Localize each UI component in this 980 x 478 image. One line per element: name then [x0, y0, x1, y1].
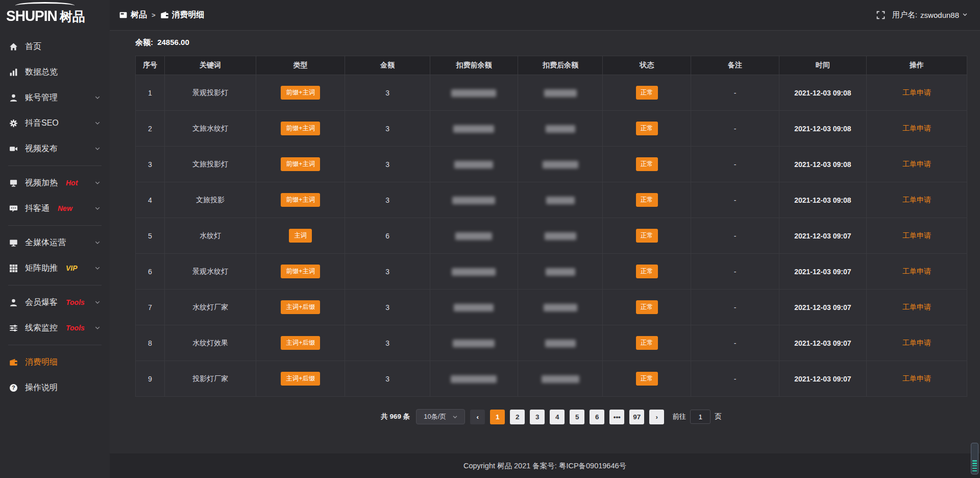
ticket-apply-link[interactable]: 工单申请 [902, 231, 931, 240]
balance-after-cell [518, 147, 603, 182]
ticket-apply-link[interactable]: 工单申请 [902, 339, 931, 347]
sidebar-item-video-heat[interactable]: 视频加热Hot [0, 170, 110, 196]
action-cell: 工单申请 [866, 147, 967, 182]
balance-before-cell [430, 290, 518, 325]
chat-icon [9, 204, 18, 213]
goto-suffix: 页 [715, 412, 722, 421]
sidebar-divider [8, 285, 102, 285]
page-button-5[interactable]: 5 [570, 410, 584, 424]
goto-page: 前往 页 [672, 410, 722, 424]
sidebar-item-douyin-seo[interactable]: 抖音SEO [0, 110, 110, 136]
sidebar-item-consume-detail[interactable]: 消费明细 [0, 349, 110, 375]
action-cell: 工单申请 [866, 75, 967, 111]
ticket-apply-link[interactable]: 工单申请 [902, 196, 931, 204]
keyword-cell: 景观投影灯 [165, 75, 256, 111]
sidebar-item-badge: New [58, 204, 72, 212]
fullscreen-icon[interactable] [876, 11, 885, 19]
balance-after-cell [518, 111, 603, 147]
redacted-value [455, 232, 492, 240]
floating-widget[interactable] [971, 443, 978, 474]
chevron-down-icon [94, 180, 101, 186]
note-cell: - [691, 290, 779, 325]
type-badge: 前缀+主词 [281, 265, 320, 278]
user-dropdown[interactable]: 用户名: zswodun88 [892, 10, 968, 20]
balance-after-cell [518, 325, 603, 361]
table-row: 9 投影灯厂家 主词+后缀 3 正常 - 2021-12-03 09:07 工单… [136, 361, 967, 397]
page-button-6[interactable]: 6 [590, 410, 604, 424]
type-badge: 主词+后缀 [281, 336, 320, 350]
page-button-1[interactable]: 1 [490, 410, 505, 424]
keyword-cell: 文旅水纹灯 [165, 111, 256, 147]
sidebar-item-account[interactable]: 账号管理 [0, 85, 110, 110]
bar-chart-icon [9, 68, 18, 77]
time-cell: 2021-12-03 09:08 [779, 182, 866, 218]
sidebar-item-home[interactable]: 首页 [0, 34, 110, 59]
breadcrumb-label: 消费明细 [172, 10, 205, 20]
ticket-apply-link[interactable]: 工单申请 [902, 374, 931, 383]
row-index: 1 [136, 75, 165, 111]
svg-text:?: ? [12, 385, 15, 391]
video-icon [9, 145, 18, 153]
page-button-3[interactable]: 3 [530, 410, 545, 424]
type-cell: 前缀+主词 [256, 147, 345, 182]
page-size-select[interactable]: 10条/页 [416, 409, 465, 424]
page-button-more[interactable]: ••• [609, 410, 624, 424]
balance-before-cell [430, 182, 518, 218]
page-button-4[interactable]: 4 [550, 410, 565, 424]
breadcrumb-current[interactable]: 消费明细 [160, 10, 205, 20]
sidebar-item-media-operation[interactable]: 全媒体运营 [0, 230, 110, 255]
column-header: 扣费前余额 [430, 56, 518, 75]
table-row: 8 水纹灯效果 主词+后缀 3 正常 - 2021-12-03 09:07 工单… [136, 325, 967, 361]
ticket-apply-link[interactable]: 工单申请 [902, 160, 931, 168]
prev-page-button[interactable]: ‹ [470, 410, 485, 424]
breadcrumb-label: 树品 [131, 10, 147, 20]
amount-cell: 3 [345, 325, 430, 361]
breadcrumb-home[interactable]: 树品 [119, 10, 147, 20]
sidebar-item-video-publish[interactable]: 视频发布 [0, 136, 110, 161]
page-button-2[interactable]: 2 [510, 410, 525, 424]
next-page-button[interactable]: › [649, 410, 664, 424]
ticket-apply-link[interactable]: 工单申请 [902, 124, 931, 132]
goto-page-input[interactable] [690, 410, 710, 424]
type-badge: 前缀+主词 [281, 193, 320, 207]
column-header: 扣费后余额 [518, 56, 603, 75]
note-cell: - [691, 218, 779, 254]
redacted-value [546, 197, 575, 204]
balance-before-cell [430, 147, 518, 182]
time-cell: 2021-12-03 09:08 [779, 75, 866, 111]
column-header: 类型 [256, 56, 345, 75]
keyword-cell: 景观水纹灯 [165, 254, 256, 290]
status-cell: 正常 [603, 75, 691, 111]
column-header: 备注 [691, 56, 779, 75]
chevron-down-icon [94, 205, 101, 211]
note-cell: - [691, 254, 779, 290]
status-badge: 正常 [636, 229, 658, 243]
row-index: 7 [136, 290, 165, 325]
ticket-apply-link[interactable]: 工单申请 [902, 88, 931, 97]
balance-after-cell [518, 218, 603, 254]
sidebar-item-member-baoke[interactable]: 会员爆客Tools [0, 290, 110, 315]
amount-cell: 3 [345, 182, 430, 218]
amount-cell: 3 [345, 147, 430, 182]
status-cell: 正常 [603, 361, 691, 397]
sidebar-divider [8, 165, 102, 166]
balance-after-cell [518, 290, 603, 325]
status-badge: 正常 [636, 265, 658, 278]
sidebar-item-data-overview[interactable]: 数据总览 [0, 59, 110, 85]
sidebar-item-help[interactable]: ? 操作说明 [0, 375, 110, 400]
page-button-97[interactable]: 97 [629, 410, 644, 424]
redacted-value [454, 161, 493, 169]
sidebar-item-clue-monitor[interactable]: 线索监控Tools [0, 315, 110, 341]
column-header: 状态 [603, 56, 691, 75]
status-badge: 正常 [636, 86, 658, 100]
sidebar-item-douketong[interactable]: 抖客通New [0, 196, 110, 221]
type-cell: 前缀+主词 [256, 75, 345, 111]
logo-text-en: SHUPIN [6, 8, 57, 25]
status-badge: 正常 [636, 372, 658, 386]
ticket-apply-link[interactable]: 工单申请 [902, 303, 931, 311]
chevron-down-icon [94, 146, 101, 152]
sidebar-item-matrix-boost[interactable]: 矩阵助推VIP [0, 255, 110, 281]
pagination: 共 969 条 10条/页 ‹ 123456•••97 › 前往 页 [135, 409, 967, 424]
keyword-cell: 水纹灯 [165, 218, 256, 254]
ticket-apply-link[interactable]: 工单申请 [902, 267, 931, 275]
